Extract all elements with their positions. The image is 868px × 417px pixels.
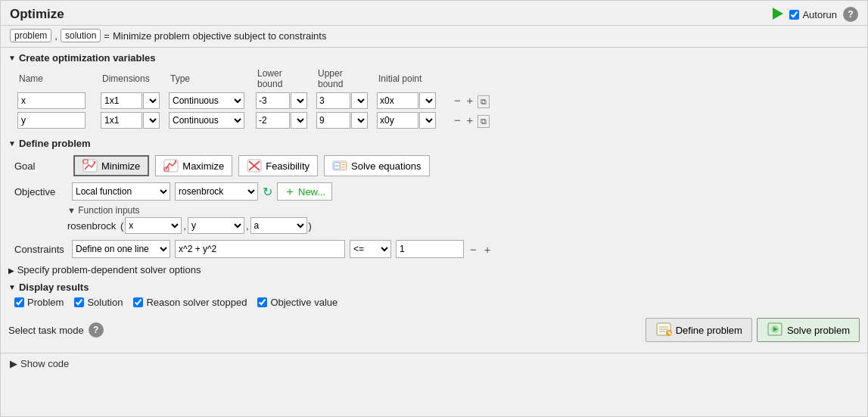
objective-row: Objective Local function Function handle…: [14, 179, 860, 204]
check-reason[interactable]: Reason solver stopped: [133, 297, 247, 308]
col-name: Name: [14, 67, 98, 91]
var-init-x-select[interactable]: [419, 92, 436, 109]
remove-row-y[interactable]: −: [453, 114, 462, 126]
define-problem-button[interactable]: ✎ Define problem: [646, 318, 752, 342]
maximize-button[interactable]: Maximize: [155, 155, 232, 176]
col-dimensions: Dimensions: [98, 67, 166, 91]
create-vars-content: Name Dimensions Type Lower bound Upper b…: [8, 67, 860, 130]
var-init-x[interactable]: [377, 92, 418, 109]
solve-equations-label: Solve equations: [351, 160, 422, 172]
display-results-section: ▼ Display results Problem Solution Reaso…: [8, 279, 860, 312]
check-objective-input[interactable]: [257, 297, 267, 307]
remove-constraint-button[interactable]: −: [468, 243, 478, 256]
copy-row-x[interactable]: ⧉: [478, 95, 490, 108]
refresh-button[interactable]: ↻: [263, 185, 272, 199]
constraint-expression[interactable]: [175, 240, 345, 258]
solver-label: Specify problem-dependent solver options: [17, 264, 201, 275]
feasibility-button[interactable]: Feasibility: [238, 155, 318, 176]
var-upper-x[interactable]: [316, 92, 350, 109]
var-dim-x-select[interactable]: [143, 92, 160, 109]
autorun-label[interactable]: Autorun: [789, 9, 837, 20]
define-problem-btn-label: Define problem: [676, 325, 742, 336]
solve-equations-icon: [332, 159, 347, 173]
col-init: Initial point: [374, 67, 450, 91]
show-code-label: Show code: [20, 358, 69, 369]
solve-equations-button[interactable]: Solve equations: [324, 155, 430, 176]
breadcrumb-description: Minimize problem objective subject to co…: [113, 30, 327, 42]
var-type-x[interactable]: Continuous Integer: [169, 92, 244, 109]
help-button[interactable]: ?: [843, 7, 858, 22]
remove-row-x[interactable]: −: [453, 94, 462, 107]
task-mode-label: Select task mode: [8, 325, 84, 336]
var-dim-y-select[interactable]: [143, 112, 160, 129]
check-solution[interactable]: Solution: [74, 297, 123, 308]
run-button[interactable]: [773, 8, 783, 22]
var-upper-y-select[interactable]: [351, 112, 368, 129]
maximize-icon: [163, 159, 179, 173]
create-vars-arrow: ▼: [8, 54, 16, 62]
var-upper-x-select[interactable]: [351, 92, 368, 109]
func-close-paren: ): [309, 220, 312, 232]
arg-y-select[interactable]: y x a: [188, 217, 244, 234]
breadcrumb-equals: =: [104, 30, 110, 42]
var-type-y[interactable]: Continuous Integer: [169, 112, 244, 129]
define-problem-section-header[interactable]: ▼ Define problem: [8, 133, 860, 152]
display-results-header[interactable]: ▼ Display results: [8, 280, 860, 294]
objective-type-select[interactable]: Local function Function handle: [72, 182, 170, 201]
check-objective[interactable]: Objective value: [257, 297, 338, 308]
var-lower-x-select[interactable]: [291, 92, 307, 109]
solve-problem-icon: [767, 322, 783, 339]
new-function-button[interactable]: ＋ New...: [277, 182, 332, 201]
check-reason-label: Reason solver stopped: [146, 297, 247, 308]
solver-arrow[interactable]: ▶: [8, 266, 14, 275]
constraint-value[interactable]: [396, 240, 464, 258]
check-problem-input[interactable]: [14, 297, 24, 307]
task-mode-help-button[interactable]: ?: [89, 322, 104, 338]
var-dim-y[interactable]: [101, 112, 142, 129]
add-row-x[interactable]: +: [465, 94, 474, 107]
arg-a-select[interactable]: a x y: [250, 217, 307, 234]
show-code-row[interactable]: ▶ Show code: [1, 353, 867, 374]
add-constraint-button[interactable]: +: [483, 243, 493, 256]
minimize-button[interactable]: Minimize: [73, 155, 149, 176]
arg-x-select[interactable]: x y a: [125, 217, 182, 234]
constraints-row: Constraints Define on one line Define se…: [14, 237, 860, 261]
var-dim-x[interactable]: [101, 92, 142, 109]
var-init-y[interactable]: [377, 112, 418, 129]
solve-problem-button[interactable]: Solve problem: [757, 318, 860, 342]
goal-row: Goal Minimize: [14, 152, 860, 179]
maximize-label: Maximize: [182, 160, 224, 172]
constraints-label: Constraints: [14, 244, 67, 255]
func-inputs-header: ▼ Function inputs: [67, 205, 860, 217]
constraint-op-select[interactable]: <= >= ==: [350, 240, 391, 258]
new-function-plus-icon: ＋: [284, 184, 296, 200]
copy-row-y[interactable]: ⧉: [478, 115, 490, 128]
define-select[interactable]: Define on one line Define separately: [72, 240, 170, 258]
var-name-y[interactable]: [17, 112, 86, 129]
show-code-arrow: ▶: [10, 358, 17, 369]
var-name-x[interactable]: [17, 92, 86, 109]
check-problem-label: Problem: [27, 297, 64, 308]
var-upper-y[interactable]: [316, 112, 350, 129]
display-results-arrow: ▼: [8, 283, 16, 291]
func-comma-1: ,: [183, 220, 186, 232]
check-solution-input[interactable]: [74, 297, 84, 307]
check-problem[interactable]: Problem: [14, 297, 64, 308]
breadcrumb: problem , solution = Minimize problem ob…: [1, 26, 867, 48]
page-title: Optimize: [10, 7, 64, 22]
define-problem-arrow: ▼: [8, 139, 16, 148]
define-problem-label: Define problem: [19, 138, 91, 149]
create-vars-section-header[interactable]: ▼ Create optimization variables: [8, 48, 860, 67]
var-init-y-select[interactable]: [419, 112, 436, 129]
add-row-y[interactable]: +: [465, 114, 474, 126]
col-lower: Lower bound: [253, 67, 313, 91]
var-lower-x[interactable]: [256, 92, 290, 109]
goal-label: Goal: [14, 160, 67, 172]
var-lower-y[interactable]: [256, 112, 290, 129]
objective-func-select[interactable]: rosenbrock: [175, 182, 258, 201]
func-name-text: rosenbrock: [67, 220, 116, 232]
func-open-paren: (: [117, 220, 123, 232]
var-lower-y-select[interactable]: [291, 112, 307, 129]
check-reason-input[interactable]: [133, 297, 143, 307]
autorun-checkbox[interactable]: [789, 10, 799, 20]
